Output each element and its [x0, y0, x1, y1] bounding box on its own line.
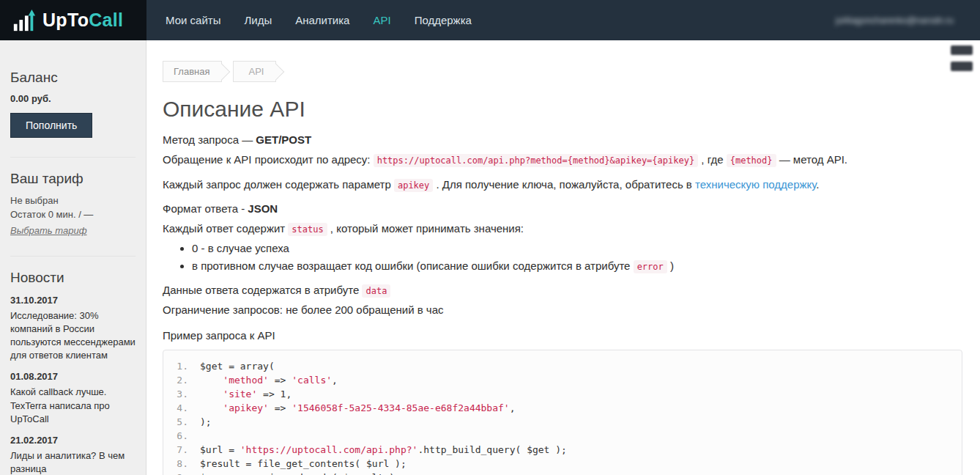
line-number: 2. — [163, 373, 200, 387]
line-number: 8. — [163, 457, 200, 471]
tariff-title: Ваш тариф — [10, 171, 136, 187]
news-date: 21.02.2017 — [10, 435, 136, 446]
code-text: ); — [200, 415, 212, 429]
list-item: 0 - в случае успеха — [192, 240, 962, 256]
bullet-error-prefix: в противном случае возращает код ошибки … — [192, 259, 634, 272]
tariff-remaining: Остаток 0 мин. / — — [10, 208, 136, 222]
method-placeholder-code: {method} — [727, 154, 776, 167]
breadcrumb-home[interactable]: Главная — [163, 61, 222, 82]
data-prefix: Данные ответа содержатся в атрибуте — [163, 284, 362, 296]
nav-item-leads[interactable]: Лиды — [244, 14, 272, 26]
support-link[interactable]: техническую поддержку — [695, 178, 816, 191]
breadcrumb: Главная API — [163, 61, 962, 82]
status-suffix: , который может принимать значения: — [327, 222, 524, 235]
code-text: $get = array( — [200, 359, 275, 373]
code-text: $response = json_decode( $result ); — [200, 471, 401, 475]
apikey-prefix: Каждый запрос должен содержать параметр — [163, 178, 394, 191]
balance-section: Баланс 0.00 руб. Пополнить — [10, 70, 136, 138]
code-text: $url = 'https://uptocall.com/api.php?'.h… — [200, 443, 567, 457]
nav-item-my-sites[interactable]: Мои сайты — [166, 14, 220, 26]
code-line: 7.$url = 'https://uptocall.com/api.php?'… — [163, 443, 962, 457]
logo-text-upto: UpTo — [42, 10, 89, 30]
tariff-status: Не выбран — [10, 194, 136, 208]
code-text — [200, 429, 206, 443]
news-item[interactable]: 31.10.2017 Исследование: 30% компаний в … — [10, 295, 136, 363]
social-icon[interactable] — [951, 45, 973, 55]
logo[interactable]: UpToCall — [0, 0, 146, 40]
code-text: $result = file_get_contents( $url ); — [200, 457, 407, 471]
news-section: Новости 31.10.2017 Исследование: 30% ком… — [10, 256, 136, 475]
code-line: 6. — [163, 429, 962, 443]
status-prefix: Каждый ответ содержит — [163, 222, 288, 235]
format-value: JSON — [248, 202, 278, 215]
line-number: 9. — [163, 471, 200, 475]
balance-amount: 0.00 руб. — [10, 93, 136, 104]
code-block: 1.$get = array(2. 'method' => 'calls',3.… — [163, 350, 962, 475]
nav-item-analytics[interactable]: Аналитика — [295, 14, 349, 26]
apikey-mid: . Для получение ключа, пожалуйста, обрат… — [433, 178, 695, 191]
status-line: Каждый ответ содержит status , который м… — [163, 221, 962, 237]
line-number: 5. — [163, 415, 200, 429]
line-number: 3. — [163, 387, 200, 401]
logo-chart-icon — [12, 8, 37, 33]
news-text: Исследование: 30% компаний в России поль… — [10, 309, 136, 363]
format-prefix: Формат ответа - — [163, 202, 248, 215]
main-nav: Мои сайты Лиды Аналитика API Поддержка — [146, 0, 472, 40]
line-number: 7. — [163, 443, 200, 457]
address-suffix: — метод API. — [776, 153, 847, 166]
news-item[interactable]: 21.02.2017 Лиды и аналитика? В чем разни… — [10, 435, 136, 475]
balance-title: Баланс — [10, 70, 136, 86]
error-code: error — [634, 260, 667, 273]
choose-tariff-link[interactable]: Выбрать тариф — [10, 225, 87, 236]
tariff-section: Ваш тариф Не выбран Остаток 0 мин. / — В… — [10, 157, 136, 237]
line-number: 4. — [163, 401, 200, 415]
example-line: Пример запроса к API — [163, 328, 962, 344]
sidebar: Баланс 0.00 руб. Пополнить Ваш тариф Не … — [0, 40, 146, 475]
news-text: Лиды и аналитика? В чем разница — [10, 449, 136, 475]
apikey-code: apikey — [394, 179, 433, 192]
social-icons — [951, 45, 973, 71]
breadcrumb-api[interactable]: API — [233, 61, 276, 82]
topup-button[interactable]: Пополнить — [10, 113, 92, 138]
news-date: 31.10.2017 — [10, 295, 136, 306]
social-icon[interactable] — [951, 62, 973, 71]
code-text: 'site' => 1, — [200, 387, 292, 401]
code-text: 'apikey' => '1546058f-5a25-4334-85ae-e68… — [200, 401, 516, 415]
method-value: GET/POST — [256, 133, 311, 146]
apikey-line: Каждый запрос должен содержать параметр … — [163, 177, 962, 193]
user-email[interactable]: jul4iagoncharenko@narodn.ru — [836, 15, 954, 26]
address-line: Обращение к API происходит по адресу: ht… — [163, 152, 962, 168]
address-mid: , где — [698, 153, 727, 166]
apikey-suffix: . — [816, 178, 819, 191]
format-line: Формат ответа - JSON — [163, 201, 962, 217]
code-line: 5.); — [163, 415, 962, 429]
news-item[interactable]: 01.08.2017 Какой callback лучше. TexTerr… — [10, 371, 136, 426]
nav-item-api[interactable]: API — [373, 14, 390, 26]
nav-item-support[interactable]: Поддержка — [415, 14, 472, 26]
code-line: 9.$response = json_decode( $result ); — [163, 471, 962, 475]
code-line: 4. 'apikey' => '1546058f-5a25-4334-85ae-… — [163, 401, 962, 415]
news-title: Новости — [10, 270, 136, 286]
status-values-list: 0 - в случае успеха в противном случае в… — [192, 240, 962, 273]
status-code: status — [288, 223, 327, 236]
code-line: 8.$result = file_get_contents( $url ); — [163, 457, 962, 471]
data-line: Данные ответа содержатся в атрибуте data — [163, 282, 962, 298]
code-text: 'method' => 'calls', — [200, 373, 338, 387]
data-code: data — [362, 284, 390, 298]
address-prefix: Обращение к API происходит по адресу: — [163, 153, 374, 166]
line-number: 1. — [163, 359, 200, 373]
code-line: 1.$get = array( — [163, 359, 962, 373]
code-line: 3. 'site' => 1, — [163, 387, 962, 401]
news-date: 01.08.2017 — [10, 371, 136, 382]
bullet-success: 0 - в случае успеха — [192, 242, 289, 254]
bullet-error-suffix: ) — [667, 259, 674, 272]
logo-text-call: Call — [89, 10, 123, 30]
main-content: Главная API Описание API Метод запроса —… — [146, 40, 980, 475]
news-text: Какой callback лучше. TexTerra написала … — [10, 386, 136, 426]
method-prefix: Метод запроса — — [163, 133, 256, 146]
top-navbar: UpToCall Мои сайты Лиды Аналитика API По… — [0, 0, 980, 40]
api-url-code: https://uptocall.com/api.php?method={met… — [374, 154, 698, 167]
logo-text: UpToCall — [42, 10, 123, 31]
line-number: 6. — [163, 429, 200, 443]
list-item: в противном случае возращает код ошибки … — [192, 258, 962, 273]
